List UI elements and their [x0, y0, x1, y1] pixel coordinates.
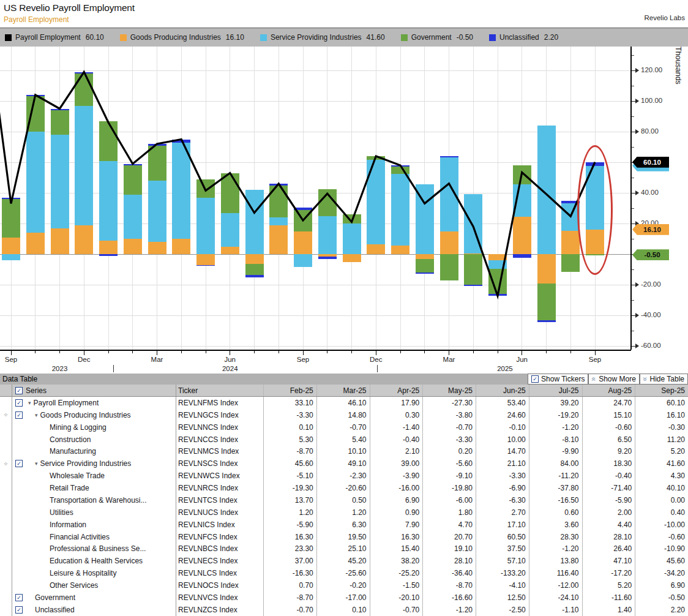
value-cell: 33.10 [263, 397, 316, 409]
row-gutter-cell [0, 506, 12, 519]
value-cell: 5.20 [635, 446, 688, 458]
row-checkbox-unclassified[interactable]: ✓ [15, 606, 23, 614]
table-row-education-health-services[interactable]: Education & Health ServicesREVLNECS Inde… [0, 555, 688, 567]
row-checkbox-government[interactable]: ✓ [15, 594, 23, 601]
ticker-cell: REVLNVCS Index [176, 592, 263, 604]
column-header-jul-25: Jul-25 [529, 385, 582, 396]
series-name-wrap: ▾Service Providing Industries [26, 459, 131, 468]
control-show-tickers[interactable]: ✓Show Tickers [528, 374, 588, 385]
x-axis-tick [181, 351, 182, 353]
show-tickers-checkbox[interactable]: ✓ [531, 375, 539, 383]
legend-swatch-icon [5, 34, 12, 41]
table-row-leisure-hospitality[interactable]: Leisure & HospitalityREVLNLCS Index-16.3… [0, 567, 688, 579]
value-cell: -5.90 [263, 519, 316, 531]
control-show-more[interactable]: «Show More [588, 374, 639, 385]
value-cell: 28.30 [529, 531, 582, 543]
column-header-may-25: May-25 [422, 385, 476, 396]
table-row-retail-trade[interactable]: Retail TradeREVLNRCS Index-19.30-20.60-1… [0, 482, 688, 494]
y-axis-minor-tick [632, 269, 634, 270]
value-cell: -0.40 [582, 470, 635, 482]
value-cell: -11.20 [529, 470, 582, 482]
table-row-other-services[interactable]: Other ServicesREVLNOCS Index0.70-0.20-1.… [0, 579, 688, 592]
value-cell: 24.70 [582, 397, 635, 409]
header-checkbox-slot: ✓ [12, 387, 26, 394]
value-cell: 28.10 [582, 531, 635, 543]
chevron-up-icon: « [590, 377, 599, 381]
table-row-payroll-employment[interactable]: ✓▾Payroll EmploymentREVLNFMS Index33.104… [0, 397, 688, 409]
table-row-information[interactable]: InformationREVLNICS Index-5.906.307.904.… [0, 519, 688, 531]
table-row-financial-activities[interactable]: Financial ActivitiesREVLNFCS Index16.301… [0, 531, 688, 543]
y-axis-minor-tick [632, 55, 634, 56]
series-cell: Construction [12, 434, 176, 446]
table-row-government[interactable]: ✓GovernmentREVLNVCS Index-8.70-17.00-20.… [0, 592, 688, 604]
table-row-goods-producing-industries[interactable]: ✧✓▾Goods Producing IndustriesREVLNGCS In… [0, 409, 688, 421]
series-cell: ✓Unclassified [12, 604, 176, 616]
series-name-wrap: Education & Health Services [26, 557, 143, 565]
x-axis-tick [84, 351, 84, 355]
series-cell: ✓▾Payroll Employment [12, 397, 176, 409]
series-cell: Information [12, 519, 176, 531]
table-row-professional-business-se[interactable]: Professional & Business Se...REVLNBCS In… [0, 543, 688, 555]
table-row-wholesale-trade[interactable]: Wholesale TradeREVLNWCS Index-5.10-2.30-… [0, 470, 688, 482]
value-cell: -34.20 [635, 567, 688, 579]
row-checkbox-goods-producing-industries[interactable]: ✓ [15, 411, 23, 419]
value-cell: -24.10 [529, 592, 582, 604]
ticker-cell: REVLNCCS Index [176, 434, 263, 446]
y-axis-tick-arrow-icon [635, 313, 639, 318]
table-row-construction[interactable]: ConstructionREVLNCCS Index5.305.40-0.40-… [0, 434, 688, 446]
data-table-rows: ✓▾Payroll EmploymentREVLNFMS Index33.104… [0, 397, 688, 616]
value-cell: 21.10 [476, 457, 529, 470]
value-cell: -0.30 [635, 421, 688, 434]
ticker-cell: REVLNNCS Index [176, 421, 263, 434]
expander-icon[interactable]: ▾ [35, 460, 38, 467]
value-cell: -9.90 [529, 446, 582, 458]
value-cell: 84.00 [529, 457, 582, 470]
table-row-transportation-warehousi[interactable]: Transportation & Warehousi...REVLNTCS In… [0, 494, 688, 506]
legend-item-unclassified[interactable]: Unclassified2.20 [489, 33, 558, 42]
y-axis-minor-tick [632, 208, 634, 209]
value-cell: -0.10 [476, 421, 529, 434]
ticker-cell: REVLNGCS Index [176, 409, 263, 421]
expander-icon[interactable]: ▾ [35, 412, 38, 418]
payroll-employment-line [0, 47, 630, 350]
value-cell: -2.30 [316, 470, 370, 482]
legend-label: Government [411, 33, 452, 42]
value-cell: -8.70 [422, 579, 476, 592]
control-hide-table[interactable]: »Hide Table [640, 374, 688, 385]
table-row-manufacturing[interactable]: ManufacturingREVLNMCS Index-8.7010.102.1… [0, 446, 688, 458]
series-cell: Mining & Logging [12, 421, 176, 434]
legend-item-goods-producing-industries[interactable]: Goods Producing Industries16.10 [120, 33, 244, 42]
x-axis-tick [522, 351, 522, 355]
legend-item-government[interactable]: Government-0.50 [401, 33, 473, 42]
chart-plot-area[interactable] [0, 47, 630, 350]
value-cell: 19.50 [316, 531, 370, 543]
value-cell: -3.30 [263, 409, 316, 421]
control-label: Hide Table [650, 375, 684, 383]
series-name: Goods Producing Industries [40, 411, 131, 419]
annotation-ellipse [577, 145, 613, 275]
legend-item-service-providing-industries[interactable]: Service Providing Industries41.60 [260, 33, 385, 42]
table-row-unclassified[interactable]: ✓UnclassifiedREVLNZCS Index-0.700.10-0.7… [0, 604, 688, 616]
series-name-wrap: Other Services [26, 581, 98, 590]
ticker-cell: REVLNTCS Index [176, 494, 263, 506]
value-cell: -0.70 [370, 604, 423, 616]
expander-icon[interactable]: ▾ [28, 400, 31, 406]
column-header-aug-25: Aug-25 [582, 385, 635, 396]
legend-item-payroll-employment[interactable]: Payroll Employment60.10 [5, 33, 104, 42]
row-gutter-cell [0, 592, 12, 604]
series-header-checkbox[interactable]: ✓ [15, 387, 23, 394]
table-row-utilities[interactable]: UtilitiesREVLNUCS Index1.201.200.901.802… [0, 506, 688, 519]
row-checkbox-service-providing-industries[interactable]: ✓ [15, 460, 23, 467]
series-name-wrap: Mining & Logging [26, 423, 107, 432]
table-row-mining-logging[interactable]: Mining & LoggingREVLNNCS Index0.10-0.70-… [0, 421, 688, 434]
series-name: Wholesale Trade [50, 471, 105, 480]
value-cell: 17.10 [476, 519, 529, 531]
value-cell: 0.30 [370, 409, 423, 421]
table-row-service-providing-industries[interactable]: ✧✓▾Service Providing IndustriesREVLNSCS … [0, 457, 688, 470]
row-checkbox-payroll-employment[interactable]: ✓ [15, 399, 23, 407]
value-cell: 16.30 [370, 531, 423, 543]
x-axis-tick [376, 351, 376, 355]
x-axis-month-label: Dec [365, 356, 386, 363]
series-cell: Manufacturing [12, 446, 176, 458]
y-axis-label: 100.00 [641, 97, 662, 104]
